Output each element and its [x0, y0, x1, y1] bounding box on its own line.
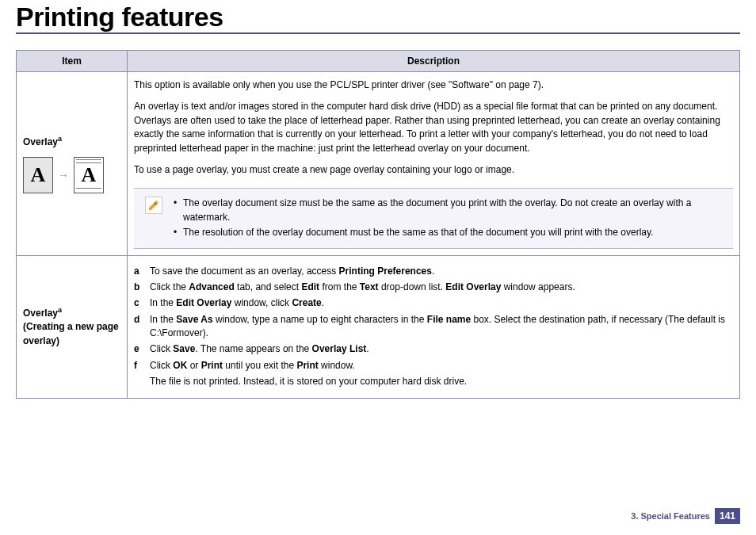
- table-row: Overlaya (Creating a new page overlay) a…: [17, 255, 740, 398]
- section-label: 3. Special Features: [631, 511, 710, 521]
- step-f: fClick OK or Print until you exit the Pr…: [134, 359, 733, 373]
- step-b: bClick the Advanced tab, and select Edit…: [134, 281, 733, 294]
- step-a: aTo save the document as an overlay, acc…: [134, 265, 733, 278]
- body-text: An overlay is text and/or images stored …: [134, 100, 733, 155]
- table-row: Overlaya A → A This option is available …: [17, 72, 740, 256]
- features-table: Item Description Overlaya A → A This opt…: [16, 50, 740, 399]
- body-text: To use a page overlay, you must create a…: [134, 163, 733, 177]
- note-box: The overlay document size must be the sa…: [134, 188, 733, 248]
- note-item: The overlay document size must be the sa…: [174, 197, 725, 224]
- item-label: Overlay: [23, 308, 58, 319]
- col-header-description: Description: [128, 51, 740, 72]
- item-sublabel: (Creating a new page overlay): [23, 320, 120, 348]
- page-footer: 3. Special Features 141: [631, 508, 740, 524]
- footnote-ref: a: [58, 135, 62, 143]
- note-icon: [145, 197, 162, 214]
- step-note: The file is not printed. Instead, it is …: [134, 375, 733, 388]
- overlay-illustration: A → A: [23, 157, 120, 193]
- arrow-icon: →: [58, 167, 69, 183]
- page-number: 141: [715, 508, 740, 524]
- steps-list: aTo save the document as an overlay, acc…: [134, 265, 733, 389]
- overlay-result-icon: A: [74, 157, 104, 193]
- step-c: cIn the Edit Overlay window, click Creat…: [134, 296, 733, 310]
- page-title: Printing features: [16, 0, 740, 32]
- item-label: Overlay: [23, 136, 58, 147]
- step-e: eClick Save. The name appears on the Ove…: [134, 342, 733, 356]
- overlay-source-icon: A: [23, 157, 53, 193]
- footnote-ref: a: [58, 306, 62, 314]
- body-text: This option is available only when you u…: [134, 78, 733, 92]
- col-header-item: Item: [17, 51, 128, 72]
- step-d: dIn the Save As window, type a name up t…: [134, 313, 733, 341]
- note-item: The resolution of the overlay document m…: [174, 226, 725, 239]
